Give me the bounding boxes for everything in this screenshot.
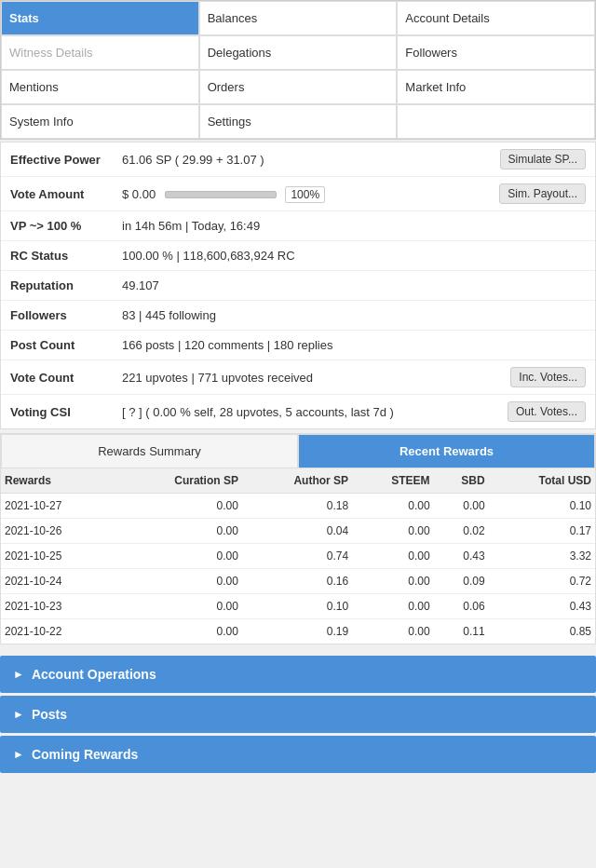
out-votes-button[interactable]: Out. Votes... (508, 401, 586, 422)
tab-account-details[interactable]: Account Details (397, 1, 595, 35)
tab-settings[interactable]: Settings (199, 104, 398, 139)
table-row: 2021-10-26 0.00 0.04 0.00 0.02 0.17 (1, 519, 595, 544)
stats-row-vote-count: Vote Count 221 upvotes | 771 upvotes rec… (1, 360, 595, 395)
tab-witness-details[interactable]: Witness Details (1, 35, 199, 70)
col-header-total: Total USD (489, 468, 595, 494)
col-header-curation: Curation SP (115, 468, 242, 494)
stats-row-effective-power: Effective Power 61.06 SP ( 29.99 + 31.07… (1, 142, 595, 177)
value-followers: 83 | 445 following (122, 308, 586, 322)
nav-tabs: Stats Balances Account Details Witness D… (0, 0, 596, 140)
label-rc: RC Status (10, 249, 122, 263)
accordion-account-operations[interactable]: ► Account Operations (0, 656, 596, 693)
label-vp: VP ~> 100 % (10, 219, 122, 233)
cell-steem: 0.00 (352, 519, 433, 544)
label-post-count: Post Count (10, 338, 122, 352)
chevron-right-icon: ► (13, 708, 24, 721)
cell-author: 0.10 (242, 594, 352, 619)
simulate-sp-button[interactable]: Simulate SP... (500, 149, 586, 170)
tab-orders[interactable]: Orders (199, 70, 398, 104)
label-voting-csi: Voting CSI (10, 405, 122, 419)
cell-date: 2021-10-26 (1, 519, 115, 544)
stats-row-post-count: Post Count 166 posts | 120 comments | 18… (1, 331, 595, 360)
cell-total: 0.72 (489, 569, 595, 594)
tab-empty (397, 104, 595, 139)
table-row: 2021-10-27 0.00 0.18 0.00 0.00 0.10 (1, 494, 595, 519)
value-reputation: 49.107 (122, 278, 586, 292)
vote-progress-bar (165, 191, 277, 198)
cell-date: 2021-10-27 (1, 494, 115, 519)
cell-curation: 0.00 (115, 544, 242, 569)
tab-rewards-summary[interactable]: Rewards Summary (1, 434, 298, 468)
stats-row-vp: VP ~> 100 % in 14h 56m | Today, 16:49 (1, 211, 595, 241)
cell-total: 0.17 (489, 519, 595, 544)
table-row: 2021-10-24 0.00 0.16 0.00 0.09 0.72 (1, 569, 595, 594)
table-row: 2021-10-22 0.00 0.19 0.00 0.11 0.85 (1, 619, 595, 644)
accordion-posts[interactable]: ► Posts (0, 696, 596, 733)
stats-row-vote-amount: Vote Amount $ 0.00 100% Sim. Payout... (1, 177, 595, 211)
chevron-right-icon: ► (13, 748, 24, 761)
cell-sbd: 0.02 (434, 519, 489, 544)
value-rc: 100.00 % | 118,600,683,924 RC (122, 249, 586, 263)
table-row: 2021-10-23 0.00 0.10 0.00 0.06 0.43 (1, 594, 595, 619)
cell-author: 0.16 (242, 569, 352, 594)
rewards-section: Rewards Summary Recent Rewards Rewards C… (0, 433, 596, 644)
tab-balances[interactable]: Balances (199, 1, 398, 35)
cell-author: 0.18 (242, 494, 352, 519)
cell-total: 0.10 (489, 494, 595, 519)
cell-total: 3.32 (489, 544, 595, 569)
cell-steem: 0.00 (352, 569, 433, 594)
cell-curation: 0.00 (115, 519, 242, 544)
cell-sbd: 0.00 (434, 494, 489, 519)
cell-date: 2021-10-25 (1, 544, 115, 569)
cell-steem: 0.00 (352, 494, 433, 519)
col-header-rewards: Rewards (1, 468, 115, 494)
tab-market-info[interactable]: Market Info (397, 70, 595, 104)
cell-curation: 0.00 (115, 594, 242, 619)
sim-payout-button[interactable]: Sim. Payout... (499, 183, 586, 204)
cell-author: 0.04 (242, 519, 352, 544)
tab-recent-rewards[interactable]: Recent Rewards (298, 434, 595, 468)
cell-sbd: 0.11 (434, 619, 489, 644)
cell-sbd: 0.09 (434, 569, 489, 594)
cell-date: 2021-10-24 (1, 569, 115, 594)
chevron-right-icon: ► (13, 668, 24, 681)
spacer (0, 648, 596, 656)
label-vote-count: Vote Count (10, 371, 122, 385)
cell-curation: 0.00 (115, 619, 242, 644)
cell-curation: 0.00 (115, 569, 242, 594)
stats-row-reputation: Reputation 49.107 (1, 271, 595, 301)
tab-followers[interactable]: Followers (397, 35, 595, 70)
cell-date: 2021-10-22 (1, 619, 115, 644)
cell-date: 2021-10-23 (1, 594, 115, 619)
cell-total: 0.85 (489, 619, 595, 644)
rewards-table: Rewards Curation SP Author SP STEEM SBD … (1, 468, 595, 644)
value-vote-count: 221 upvotes | 771 upvotes received (122, 371, 510, 385)
accordion-coming-rewards[interactable]: ► Coming Rewards (0, 736, 596, 773)
tab-mentions[interactable]: Mentions (1, 70, 199, 104)
value-vote-amount: $ 0.00 100% (122, 187, 499, 201)
label-effective-power: Effective Power (10, 153, 122, 167)
stats-section: Effective Power 61.06 SP ( 29.99 + 31.07… (0, 142, 596, 429)
col-header-author: Author SP (242, 468, 352, 494)
cell-sbd: 0.43 (434, 544, 489, 569)
inc-votes-button[interactable]: Inc. Votes... (510, 367, 586, 387)
col-header-sbd: SBD (434, 468, 489, 494)
cell-author: 0.19 (242, 619, 352, 644)
value-post-count: 166 posts | 120 comments | 180 replies (122, 338, 586, 352)
value-vp: in 14h 56m | Today, 16:49 (122, 219, 586, 233)
label-reputation: Reputation (10, 278, 122, 292)
label-vote-amount: Vote Amount (10, 187, 122, 201)
tab-delegations[interactable]: Delegations (199, 35, 398, 70)
vote-pct-badge: 100% (285, 186, 325, 203)
label-followers: Followers (10, 308, 122, 322)
tab-stats[interactable]: Stats (1, 1, 199, 35)
col-header-steem: STEEM (352, 468, 433, 494)
cell-steem: 0.00 (352, 544, 433, 569)
cell-curation: 0.00 (115, 494, 242, 519)
cell-steem: 0.00 (352, 619, 433, 644)
cell-total: 0.43 (489, 594, 595, 619)
stats-row-rc: RC Status 100.00 % | 118,600,683,924 RC (1, 241, 595, 271)
tab-system-info[interactable]: System Info (1, 104, 199, 139)
stats-row-voting-csi: Voting CSI [ ? ] ( 0.00 % self, 28 upvot… (1, 395, 595, 428)
cell-sbd: 0.06 (434, 594, 489, 619)
